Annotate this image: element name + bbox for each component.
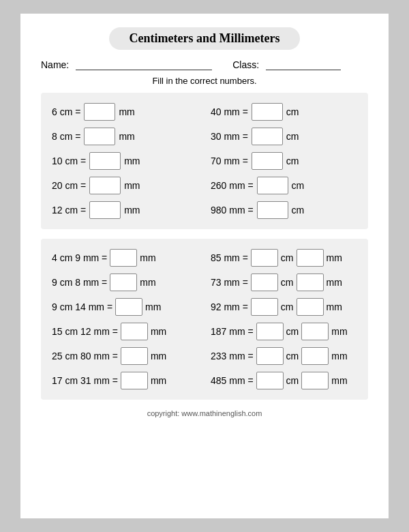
s2-r5-unit2: mm bbox=[331, 351, 347, 361]
s1-left-4: 20 cm = mm bbox=[52, 177, 198, 194]
s2-l2-input[interactable] bbox=[110, 274, 137, 291]
s1-r1-input[interactable] bbox=[252, 103, 283, 121]
s2-l6-unit: mm bbox=[151, 375, 166, 386]
s1-l3-input[interactable] bbox=[89, 152, 121, 170]
s2-r1-input1[interactable] bbox=[251, 249, 278, 267]
s2-l6-input[interactable] bbox=[121, 372, 148, 389]
s2-r6-input1[interactable] bbox=[256, 372, 284, 389]
s2-r5-unit1: cm bbox=[286, 351, 299, 361]
s1-l5-problem: 12 cm = bbox=[52, 205, 86, 216]
s1-l3-unit: mm bbox=[124, 156, 140, 166]
s2-r5-input2[interactable] bbox=[301, 347, 329, 365]
s2-right-6: 485 mm = cm mm bbox=[211, 372, 357, 389]
s2-r3-problem: 92 mm = bbox=[211, 301, 248, 312]
s2-r2-problem: 73 mm = bbox=[211, 277, 248, 288]
s2-l3-problem: 9 cm 14 mm = bbox=[52, 301, 112, 312]
s1-left-2: 8 cm = mm bbox=[52, 128, 198, 145]
section2-row-4: 15 cm 12 mm = mm 187 mm = cm mm bbox=[52, 319, 357, 344]
copyright-text: copyright: www.mathinenglish.com bbox=[41, 409, 368, 417]
s1-r1-unit: cm bbox=[286, 106, 299, 117]
s1-r3-unit: cm bbox=[286, 156, 299, 166]
s2-left-4: 15 cm 12 mm = mm bbox=[52, 323, 198, 340]
s2-l1-unit: mm bbox=[140, 252, 155, 263]
s1-left-1: 6 cm = mm bbox=[52, 103, 198, 121]
s2-right-5: 233 mm = cm mm bbox=[211, 347, 357, 365]
s1-right-4: 260 mm = cm bbox=[211, 177, 357, 194]
s2-r4-unit2: mm bbox=[331, 326, 347, 337]
s1-r2-unit: cm bbox=[286, 131, 299, 142]
s2-l5-input[interactable] bbox=[121, 347, 148, 365]
instruction-text: Fill in the correct numbers. bbox=[41, 76, 368, 86]
s2-r6-input2[interactable] bbox=[301, 372, 329, 389]
s2-r5-problem: 233 mm = bbox=[211, 351, 254, 361]
section2-row-1: 4 cm 9 mm = mm 85 mm = cm mm bbox=[52, 246, 357, 270]
s2-l5-unit: mm bbox=[151, 351, 166, 361]
s1-r3-input[interactable] bbox=[252, 152, 283, 170]
s1-l1-unit: mm bbox=[119, 106, 134, 117]
s1-l2-unit: mm bbox=[119, 131, 134, 142]
s2-r2-input2[interactable] bbox=[297, 274, 324, 291]
section1-row-4: 20 cm = mm 260 mm = cm bbox=[52, 173, 357, 198]
s1-l2-problem: 8 cm = bbox=[52, 131, 80, 142]
s1-r4-problem: 260 mm = bbox=[211, 180, 254, 191]
s2-l2-unit: mm bbox=[140, 277, 155, 288]
s2-r6-unit1: cm bbox=[286, 375, 299, 386]
s1-l5-unit: mm bbox=[124, 205, 140, 216]
s2-l5-problem: 25 cm 80 mm = bbox=[52, 351, 118, 361]
s2-l4-input[interactable] bbox=[121, 323, 148, 340]
s1-left-5: 12 cm = mm bbox=[52, 201, 198, 219]
s2-r1-unit1: cm bbox=[281, 252, 294, 263]
s2-r5-input1[interactable] bbox=[256, 347, 284, 365]
title-wrapper: Centimeters and Millimeters bbox=[41, 27, 368, 50]
s2-r4-input2[interactable] bbox=[301, 323, 329, 340]
s1-l4-unit: mm bbox=[124, 180, 140, 191]
s2-r1-problem: 85 mm = bbox=[211, 252, 248, 263]
section1-row-1: 6 cm = mm 40 mm = cm bbox=[52, 100, 357, 124]
section1-row-3: 10 cm = mm 70 mm = cm bbox=[52, 149, 357, 173]
s2-l6-problem: 17 cm 31 mm = bbox=[52, 375, 118, 386]
s2-r2-input1[interactable] bbox=[251, 274, 278, 291]
s2-l3-input[interactable] bbox=[115, 298, 142, 316]
s2-r2-unit2: mm bbox=[327, 277, 342, 288]
s1-right-1: 40 mm = cm bbox=[211, 103, 357, 121]
s1-r2-input[interactable] bbox=[252, 128, 283, 145]
section1-row-2: 8 cm = mm 30 mm = cm bbox=[52, 124, 357, 149]
s2-left-6: 17 cm 31 mm = mm bbox=[52, 372, 198, 389]
s1-l1-problem: 6 cm = bbox=[52, 106, 80, 117]
s2-r3-input1[interactable] bbox=[251, 298, 278, 316]
s2-left-2: 9 cm 8 mm = mm bbox=[52, 274, 198, 291]
s2-right-3: 92 mm = cm mm bbox=[211, 298, 357, 316]
s1-l2-input[interactable] bbox=[84, 128, 115, 145]
s1-l5-input[interactable] bbox=[89, 201, 121, 219]
name-line[interactable] bbox=[76, 59, 212, 70]
section-1: 6 cm = mm 40 mm = cm 8 cm = mm 30 mm = c… bbox=[41, 93, 368, 229]
worksheet-title: Centimeters and Millimeters bbox=[109, 27, 301, 50]
s2-r6-unit2: mm bbox=[331, 375, 347, 386]
s1-l4-problem: 20 cm = bbox=[52, 180, 86, 191]
s1-l1-input[interactable] bbox=[84, 103, 115, 121]
s1-r4-unit: cm bbox=[292, 180, 305, 191]
s1-r2-problem: 30 mm = bbox=[211, 131, 248, 142]
s1-r1-problem: 40 mm = bbox=[211, 106, 248, 117]
s2-r3-input2[interactable] bbox=[297, 298, 324, 316]
s1-right-5: 980 mm = cm bbox=[211, 201, 357, 219]
s1-l3-problem: 10 cm = bbox=[52, 156, 86, 166]
class-line[interactable] bbox=[266, 59, 341, 70]
s2-right-2: 73 mm = cm mm bbox=[211, 274, 357, 291]
s1-r5-input[interactable] bbox=[257, 201, 288, 219]
section2-row-3: 9 cm 14 mm = mm 92 mm = cm mm bbox=[52, 295, 357, 319]
s2-l4-unit: mm bbox=[151, 326, 166, 337]
s1-l4-input[interactable] bbox=[89, 177, 121, 194]
s2-r4-input1[interactable] bbox=[256, 323, 284, 340]
s2-l1-input[interactable] bbox=[110, 249, 137, 267]
s2-left-3: 9 cm 14 mm = mm bbox=[52, 298, 198, 316]
s2-r1-input2[interactable] bbox=[297, 249, 324, 267]
s2-right-4: 187 mm = cm mm bbox=[211, 323, 357, 340]
s1-r4-input[interactable] bbox=[257, 177, 288, 194]
class-label: Class: bbox=[232, 59, 259, 70]
s2-r4-problem: 187 mm = bbox=[211, 326, 254, 337]
s2-r2-unit1: cm bbox=[281, 277, 294, 288]
s1-r5-unit: cm bbox=[292, 205, 305, 216]
s1-right-3: 70 mm = cm bbox=[211, 152, 357, 170]
name-label: Name: bbox=[41, 59, 69, 70]
